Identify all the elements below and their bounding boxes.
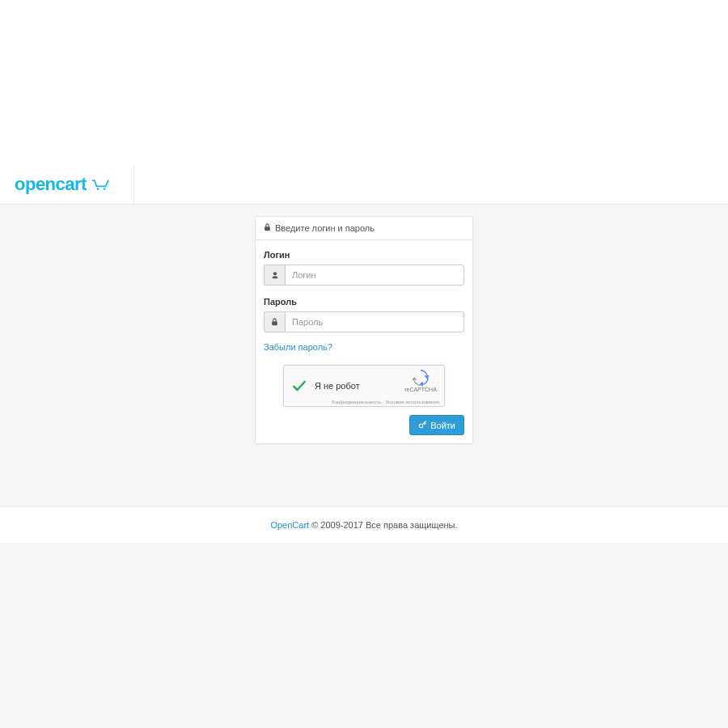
header: opencart (0, 164, 728, 205)
checkmark-icon (290, 377, 308, 395)
svg-point-0 (96, 188, 99, 190)
login-button[interactable]: Войти (409, 415, 464, 435)
panel-heading: Введите логин и пароль (256, 217, 472, 240)
panel-title: Введите логин и пароль (275, 223, 375, 233)
button-row: Войти (264, 415, 464, 435)
login-group: Логин (264, 250, 464, 286)
svg-point-3 (273, 272, 276, 275)
logo[interactable]: opencart (15, 164, 134, 204)
forgot-password-link[interactable]: Забыли пароль? (264, 342, 332, 352)
captcha-brand: reCAPTCHA (402, 387, 439, 392)
svg-point-1 (103, 188, 105, 190)
password-group: Пароль (264, 297, 464, 332)
login-label: Логин (264, 250, 464, 260)
login-button-label: Войти (430, 421, 455, 430)
footer-link[interactable]: OpenCart (270, 520, 309, 530)
top-spacer (0, 0, 728, 164)
logo-text: opencart (15, 174, 87, 195)
key-icon (418, 420, 427, 430)
password-label: Пароль (264, 297, 464, 307)
login-input-group (264, 265, 464, 286)
recaptcha[interactable]: Я не робот reCAPTCHA Конфиденциальность … (283, 365, 445, 407)
recaptcha-icon (412, 369, 430, 387)
user-icon (264, 265, 285, 286)
lock-input-icon (264, 311, 285, 332)
captcha-text: Я не робот (315, 381, 360, 391)
svg-rect-4 (272, 321, 277, 325)
lock-icon (264, 223, 271, 233)
login-panel: Введите логин и пароль Логин Пароль (255, 216, 473, 444)
cart-icon (91, 177, 111, 192)
password-input[interactable] (285, 311, 464, 332)
panel-body: Логин Пароль (256, 240, 472, 443)
password-input-group (264, 311, 464, 332)
login-input[interactable] (285, 265, 464, 286)
footer: OpenCart © 2009-2017 Все права защищены. (0, 506, 728, 543)
footer-copyright: © 2009-2017 Все права защищены. (309, 520, 457, 530)
recaptcha-logo-area: reCAPTCHA (402, 369, 439, 392)
svg-rect-2 (265, 226, 270, 231)
main-content: Введите логин и пароль Логин Пароль (0, 205, 728, 506)
captcha-privacy: Конфиденциальность - Условия использован… (332, 400, 439, 404)
